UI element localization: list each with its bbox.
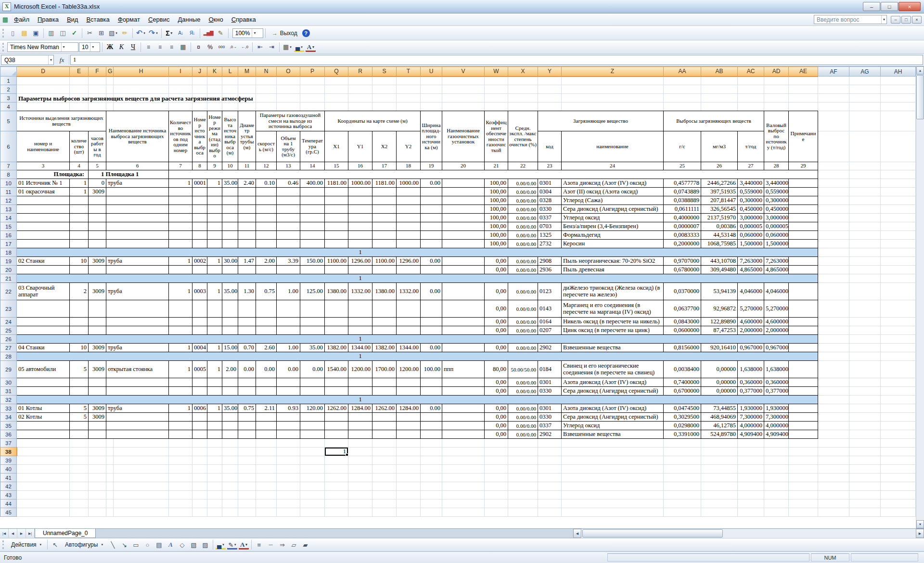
cell[interactable] bbox=[664, 85, 701, 94]
cell-M11[interactable] bbox=[238, 188, 256, 196]
cell[interactable] bbox=[849, 77, 881, 85]
cell-J34[interactable] bbox=[192, 413, 207, 422]
cell-Z15[interactable]: Бенз/а/пирен (3,4-Бензпирен) bbox=[562, 222, 664, 231]
column-group-header[interactable]: Высота источника выброса (м) bbox=[222, 111, 238, 162]
cell-U19[interactable]: 0.00 bbox=[421, 257, 442, 266]
clipart-icon[interactable]: ▧ bbox=[188, 539, 199, 550]
column-header-I[interactable]: I bbox=[169, 67, 192, 77]
menu-Окно[interactable]: Окно bbox=[205, 14, 227, 25]
fill-handle[interactable] bbox=[346, 453, 348, 456]
cell-P17[interactable] bbox=[300, 240, 325, 248]
cell-L25[interactable] bbox=[222, 326, 238, 335]
cell-D31[interactable] bbox=[17, 387, 70, 396]
cell-H15[interactable] bbox=[106, 222, 169, 231]
cell-K35[interactable] bbox=[207, 422, 222, 430]
cell[interactable] bbox=[256, 85, 277, 94]
row-header-23[interactable]: 23 bbox=[0, 300, 17, 318]
line-color-icon[interactable]: ✎▾ bbox=[227, 539, 238, 550]
prev-sheet-button[interactable]: ◀ bbox=[9, 529, 17, 538]
cell-W34[interactable]: 0,00 bbox=[485, 413, 508, 422]
cell[interactable] bbox=[738, 499, 764, 508]
cell-AD34[interactable]: 7,300000 bbox=[764, 413, 789, 422]
menu-Сервис[interactable]: Сервис bbox=[144, 14, 174, 25]
cell-H14[interactable] bbox=[106, 214, 169, 222]
cell[interactable] bbox=[300, 102, 325, 111]
cell-I14[interactable] bbox=[169, 214, 192, 222]
band-cell[interactable] bbox=[17, 248, 348, 257]
cell-L34[interactable] bbox=[222, 413, 238, 422]
cell-X35[interactable]: 0.00/0.00 bbox=[508, 422, 538, 430]
cell-K20[interactable] bbox=[207, 266, 222, 274]
cell[interactable] bbox=[849, 482, 881, 491]
cell-H20[interactable] bbox=[106, 266, 169, 274]
cell[interactable] bbox=[849, 111, 881, 131]
cell-E20[interactable] bbox=[70, 266, 89, 274]
cell[interactable] bbox=[300, 508, 325, 517]
cell[interactable] bbox=[562, 439, 664, 448]
cell-Y25[interactable]: 0207 bbox=[538, 326, 562, 335]
cell-D30[interactable] bbox=[17, 378, 70, 387]
cell-K24[interactable] bbox=[207, 318, 222, 326]
line-style-icon[interactable]: ≡ bbox=[254, 539, 265, 550]
cell-S27[interactable]: 1382.00 bbox=[372, 344, 397, 352]
cell[interactable] bbox=[169, 465, 192, 473]
cell-Q15[interactable] bbox=[325, 222, 348, 231]
column-group-header[interactable]: Коэффициент обеспеченности газоочисткой bbox=[485, 111, 508, 162]
row-header-3[interactable]: 3 bbox=[0, 94, 17, 102]
cell-S11[interactable] bbox=[372, 188, 397, 196]
cell[interactable] bbox=[256, 491, 277, 499]
cell[interactable] bbox=[207, 499, 222, 508]
row-header-21[interactable]: 21 bbox=[0, 274, 17, 283]
cell[interactable] bbox=[348, 77, 372, 85]
cell[interactable] bbox=[818, 422, 849, 430]
column-group-header[interactable]: Источники выделения загрязняющих веществ bbox=[17, 111, 106, 131]
cell[interactable] bbox=[701, 85, 738, 94]
cell[interactable] bbox=[207, 85, 222, 94]
cell-Q11[interactable] bbox=[325, 188, 348, 196]
cell-AB23[interactable]: 92,96872 bbox=[701, 300, 738, 318]
cell-I25[interactable] bbox=[169, 326, 192, 335]
column-header-G[interactable]: G bbox=[106, 67, 114, 77]
cell-AA23[interactable]: 0,0637700 bbox=[664, 300, 701, 318]
next-sheet-button[interactable]: ▶ bbox=[17, 529, 26, 538]
cell[interactable] bbox=[106, 508, 114, 517]
cell-W10[interactable]: 100,00 bbox=[485, 179, 508, 188]
cell[interactable] bbox=[169, 102, 192, 111]
cell[interactable] bbox=[818, 439, 849, 448]
cell-S10[interactable]: 1181.00 bbox=[372, 179, 397, 188]
cell-N15[interactable] bbox=[256, 222, 277, 231]
new-document-icon[interactable]: ▯ bbox=[7, 28, 18, 38]
cell-I31[interactable] bbox=[169, 387, 192, 396]
cell[interactable] bbox=[881, 111, 916, 131]
cell[interactable] bbox=[372, 465, 397, 473]
cell-O35[interactable] bbox=[277, 422, 300, 430]
cell-N36[interactable] bbox=[256, 430, 277, 439]
cell[interactable] bbox=[106, 456, 114, 465]
increase-indent-icon[interactable]: ⇥ bbox=[266, 42, 277, 52]
cell-AE19[interactable] bbox=[789, 257, 818, 266]
cell-AA31[interactable]: 0,6700000 bbox=[664, 387, 701, 396]
cell[interactable] bbox=[818, 94, 849, 102]
cell[interactable] bbox=[325, 85, 348, 94]
cell-AE35[interactable] bbox=[789, 422, 818, 430]
cell-X36[interactable]: 0.00/0.00 bbox=[508, 430, 538, 439]
horizontal-scroll-thumb[interactable] bbox=[582, 529, 723, 537]
cell-L29[interactable]: 2.00 bbox=[222, 361, 238, 378]
cell-AB30[interactable]: 0,00000 bbox=[701, 378, 738, 387]
cell-K27[interactable]: 1 bbox=[207, 344, 222, 352]
name-box-arrow-icon[interactable]: ▾ bbox=[48, 55, 53, 64]
cell[interactable] bbox=[348, 508, 372, 517]
cell-R14[interactable] bbox=[348, 214, 372, 222]
cell-P15[interactable] bbox=[300, 222, 325, 231]
insert-function-button[interactable]: fx bbox=[55, 55, 69, 65]
column-number[interactable]: 6 bbox=[106, 162, 169, 170]
cell-Z12[interactable]: Углерод (Сажа) bbox=[562, 196, 664, 205]
cell-M25[interactable] bbox=[238, 326, 256, 335]
cell-F19[interactable]: 3009 bbox=[89, 257, 106, 266]
cell[interactable] bbox=[222, 465, 238, 473]
cell-J30[interactable] bbox=[192, 378, 207, 387]
cell[interactable] bbox=[789, 77, 818, 85]
column-number[interactable]: 14 bbox=[300, 162, 325, 170]
cell-AB31[interactable]: 0,00000 bbox=[701, 387, 738, 396]
row-header-7[interactable]: 7 bbox=[0, 162, 17, 170]
